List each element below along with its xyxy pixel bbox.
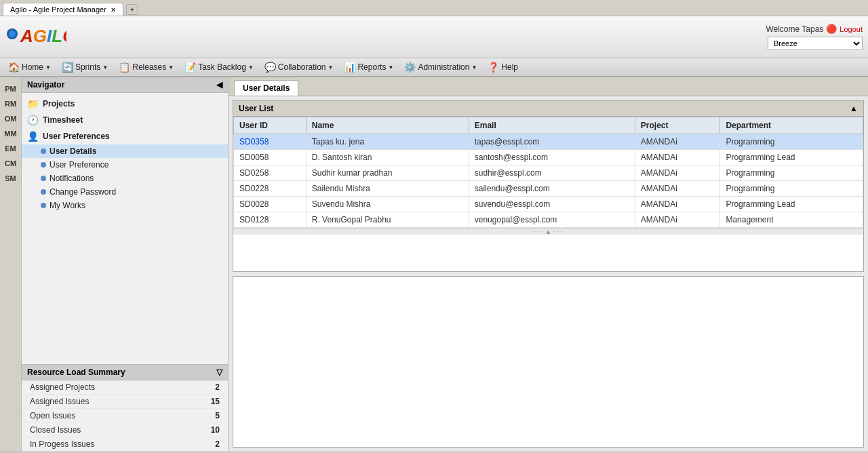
user-preferences-icon: 👤 xyxy=(27,131,39,142)
logo-svg: AGILO xyxy=(5,20,66,54)
sidebar-change-password-label: Change Password xyxy=(50,187,116,197)
nav-bar: 🏠 Home ▼ 🔄 Sprints ▼ 📋 Releases ▼ 📝 Task… xyxy=(0,58,868,77)
tab-user-details-label: User Details xyxy=(243,83,290,93)
sidebar-item-change-password[interactable]: Change Password xyxy=(22,185,228,199)
content-area: User Details User List ▲ User ID Name xyxy=(229,77,868,452)
notifications-dot-icon xyxy=(41,176,46,181)
welcome-area: Welcome Tapas 🔴 Logout xyxy=(766,24,863,34)
tab-bar: Agilo - Agile Project Manager ✕ + xyxy=(0,0,868,16)
assigned-issues-label: Assigned Issues xyxy=(30,397,89,406)
panel-title: User List xyxy=(239,104,273,113)
sidebar-item-my-works[interactable]: My Works xyxy=(22,199,228,212)
logout-icon: 🔴 xyxy=(826,24,837,34)
cell-project: AMANDAi xyxy=(635,134,720,150)
side-label-em[interactable]: EM xyxy=(3,142,18,155)
side-label-om[interactable]: OM xyxy=(3,113,18,125)
svg-point-1 xyxy=(9,31,16,37)
sidebar-item-user-details[interactable]: User Details xyxy=(22,144,228,158)
reports-arrow-icon: ▼ xyxy=(388,64,393,71)
my-works-dot-icon xyxy=(41,203,46,208)
nav-administration[interactable]: ⚙️ Administration ▼ xyxy=(399,59,482,75)
browser-tab[interactable]: Agilo - Agile Project Manager ✕ xyxy=(3,3,123,16)
theme-selector-wrapper: Breeze Default Dark xyxy=(768,37,863,50)
change-password-dot-icon xyxy=(41,189,46,195)
nav-sprints-label: Sprints xyxy=(75,62,100,72)
cell-name: Suvendu Mishra xyxy=(306,197,469,212)
task-backlog-icon: 📝 xyxy=(184,62,196,73)
cell-email: sailendu@esspl.com xyxy=(469,181,635,197)
table-row[interactable]: SD0128 R. VenuGopal Prabhu venugopal@ess… xyxy=(234,212,863,228)
sidebar-nav: 📁 Projects 🕐 Timesheet 👤 User Preference… xyxy=(22,93,228,364)
svg-text:AGILO: AGILO xyxy=(20,26,66,46)
side-label-cm[interactable]: CM xyxy=(3,157,18,170)
table-row[interactable]: SD0028 Suvendu Mishra suvendu@esspl.com … xyxy=(234,197,863,212)
cell-user-id: SD0228 xyxy=(234,181,307,197)
cell-email: santosh@esspl.com xyxy=(469,150,635,165)
assigned-issues-value: 15 xyxy=(211,397,220,406)
browser-chrome: Agilo - Agile Project Manager ✕ + xyxy=(0,0,868,16)
sidebar-item-timesheet[interactable]: 🕐 Timesheet xyxy=(22,112,228,128)
home-arrow-icon: ▼ xyxy=(45,64,51,71)
user-list-panel: User List ▲ User ID Name Email Project D… xyxy=(233,100,864,272)
side-label-rm[interactable]: RM xyxy=(3,98,18,110)
nav-sprints[interactable]: 🔄 Sprints ▼ xyxy=(56,59,113,75)
cell-department: Management xyxy=(720,212,863,228)
nav-releases[interactable]: 📋 Releases ▼ xyxy=(113,59,179,75)
nav-reports[interactable]: 📊 Reports ▼ xyxy=(338,59,399,75)
reports-icon: 📊 xyxy=(344,62,355,73)
side-label-pm[interactable]: PM xyxy=(3,83,18,95)
cell-project: AMANDAi xyxy=(635,165,720,181)
theme-select[interactable]: Breeze Default Dark xyxy=(768,37,863,50)
new-tab-button[interactable]: + xyxy=(126,4,138,15)
timesheet-clock-icon: 🕐 xyxy=(27,115,39,125)
nav-help[interactable]: ❓ Help xyxy=(482,59,524,75)
logout-link[interactable]: Logout xyxy=(840,25,863,33)
sidebar-item-user-preferences[interactable]: 👤 User Preferences xyxy=(22,128,228,144)
cell-name: Tapas ku. jena xyxy=(306,134,469,150)
sidebar-item-projects[interactable]: 📁 Projects xyxy=(22,96,228,112)
assigned-projects-value: 2 xyxy=(215,382,220,392)
cell-email: sudhir@esspl.com xyxy=(469,165,635,181)
welcome-text: Welcome Tapas xyxy=(766,24,823,34)
table-row[interactable]: SD0228 Sailendu Mishra sailendu@esspl.co… xyxy=(234,181,863,197)
table-row[interactable]: SD0058 D. Santosh kiran santosh@esspl.co… xyxy=(234,150,863,165)
side-label-sm[interactable]: SM xyxy=(3,172,18,184)
resource-summary-collapse-button[interactable]: ▽ xyxy=(216,368,222,377)
sprints-arrow-icon: ▼ xyxy=(102,64,108,71)
user-details-dot-icon xyxy=(41,149,46,154)
nav-task-backlog[interactable]: 📝 Task Backlog ▼ xyxy=(179,59,259,75)
sidebar: Navigator ◀ 📁 Projects 🕐 Timesheet 👤 Use… xyxy=(22,77,229,452)
nav-home-label: Home xyxy=(22,62,43,72)
nav-reports-label: Reports xyxy=(357,62,386,72)
cell-project: AMANDAi xyxy=(635,150,720,165)
sidebar-item-user-preference[interactable]: User Preference xyxy=(22,158,228,172)
cell-department: Programming Lead xyxy=(720,197,863,212)
nav-home[interactable]: 🏠 Home ▼ xyxy=(3,59,56,75)
col-email: Email xyxy=(469,117,635,134)
resource-row-open-issues: Open Issues 5 xyxy=(22,409,228,423)
sidebar-timesheet-label: Timesheet xyxy=(43,115,83,125)
col-project: Project xyxy=(635,117,720,134)
sidebar-title: Navigator xyxy=(27,80,64,90)
cell-name: D. Santosh kiran xyxy=(306,150,469,165)
table-row[interactable]: SD0358 Tapas ku. jena tapas@esspl.com AM… xyxy=(234,134,863,150)
panel-resize-handle[interactable]: · · · ▲ · · · xyxy=(233,228,863,235)
tab-close-button[interactable]: ✕ xyxy=(111,6,116,14)
nav-collaboration[interactable]: 💬 Collaboration ▼ xyxy=(259,59,339,75)
nav-administration-label: Administration xyxy=(418,62,469,72)
cell-project: AMANDAi xyxy=(635,197,720,212)
table-row[interactable]: SD0258 Sudhir kumar pradhan sudhir@esspl… xyxy=(234,165,863,181)
releases-icon: 📋 xyxy=(119,62,130,73)
sidebar-item-notifications[interactable]: Notifications xyxy=(22,172,228,185)
nav-task-backlog-label: Task Backlog xyxy=(198,62,246,72)
cell-department: Programming xyxy=(720,181,863,197)
user-table: User ID Name Email Project Department SD… xyxy=(233,117,863,228)
tab-user-details[interactable]: User Details xyxy=(234,80,298,96)
resource-summary: Resource Load Summary ▽ Assigned Project… xyxy=(22,364,228,452)
closed-issues-value: 10 xyxy=(211,425,220,435)
resource-row-closed-issues: Closed Issues 10 xyxy=(22,423,228,437)
nav-collaboration-label: Collaboration xyxy=(278,62,326,72)
side-label-mm[interactable]: MM xyxy=(3,127,18,140)
sidebar-collapse-button[interactable]: ◀ xyxy=(216,80,222,90)
panel-collapse-button[interactable]: ▲ xyxy=(850,104,858,113)
